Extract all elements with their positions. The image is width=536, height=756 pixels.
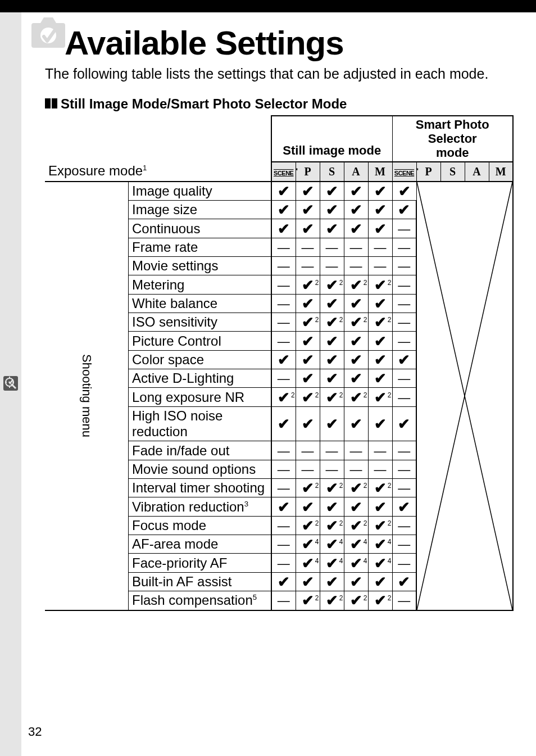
setting-name: Image quality xyxy=(129,182,272,201)
setting-cell: ✔ xyxy=(271,497,296,516)
section-subheading: Still Image Mode/Smart Photo Selector Mo… xyxy=(45,96,514,112)
setting-cell: — xyxy=(392,332,416,350)
setting-cell: ✔2 xyxy=(344,591,368,610)
page-side-margin xyxy=(0,12,21,756)
setting-cell: — xyxy=(368,257,392,275)
col-m-still: M xyxy=(368,162,392,182)
setting-cell: ✔4 xyxy=(320,554,344,572)
setting-cell: ✔4 xyxy=(368,554,392,572)
setting-cell: — xyxy=(368,238,392,256)
setting-name: AF-area mode xyxy=(129,535,272,554)
setting-name: White balance xyxy=(129,294,272,313)
setting-name: Frame rate xyxy=(129,238,272,256)
setting-cell: ✔ xyxy=(344,369,368,388)
setting-cell: — xyxy=(392,238,416,256)
col-m-smart: M xyxy=(489,162,513,182)
setting-name: Continuous xyxy=(129,219,272,238)
setting-cell: ✔ xyxy=(368,369,392,388)
setting-cell: ✔2 xyxy=(320,388,344,406)
setting-cell: ✔2 xyxy=(296,313,320,332)
setting-cell: ✔4 xyxy=(344,554,368,572)
setting-cell: ✔ xyxy=(368,406,392,441)
page-number: 32 xyxy=(28,725,42,739)
setting-cell: ✔ xyxy=(344,350,368,369)
setting-cell: ✔ xyxy=(368,332,392,350)
smart-mode-header: Smart Photo Selector mode xyxy=(392,116,513,162)
setting-cell: — xyxy=(392,535,416,554)
setting-cell: ✔ xyxy=(296,294,320,313)
setting-cell: — xyxy=(392,313,416,332)
setting-cell: ✔ xyxy=(320,182,344,201)
setting-cell: — xyxy=(392,516,416,535)
setting-cell: — xyxy=(320,441,344,460)
setting-name: Image size xyxy=(129,200,272,219)
setting-name: Vibration reduction3 xyxy=(129,497,272,516)
setting-cell: ✔2 xyxy=(320,313,344,332)
col-scene-still: SCENE xyxy=(271,162,296,182)
page-title: Available Settings xyxy=(65,12,514,62)
setting-cell: ✔ xyxy=(320,219,344,238)
setting-cell: — xyxy=(392,441,416,460)
setting-cell: ✔ xyxy=(368,350,392,369)
setting-cell: ✔2 xyxy=(368,591,392,610)
setting-name: Movie sound options xyxy=(129,460,272,478)
setting-cell: ✔ xyxy=(320,350,344,369)
setting-cell: — xyxy=(392,460,416,478)
setting-cell: ✔4 xyxy=(344,535,368,554)
setting-cell: ✔ xyxy=(392,497,416,516)
settings-table: Still image mode Smart Photo Selector mo… xyxy=(45,115,514,611)
setting-cell: ✔ xyxy=(392,182,416,201)
setting-cell: — xyxy=(271,460,296,478)
setting-cell: ✔2 xyxy=(344,275,368,294)
col-a-smart: A xyxy=(465,162,489,182)
setting-cell: ✔2 xyxy=(344,479,368,497)
setting-cell: ✔4 xyxy=(368,535,392,554)
smart-blank-area xyxy=(416,182,513,610)
setting-cell: ✔2 xyxy=(320,591,344,610)
setting-cell: — xyxy=(271,516,296,535)
setting-name: Fade in/fade out xyxy=(129,441,272,460)
setting-cell: — xyxy=(271,275,296,294)
setting-cell: ✔4 xyxy=(296,554,320,572)
setting-name: Color space xyxy=(129,350,272,369)
setting-cell: — xyxy=(296,257,320,275)
setting-cell: — xyxy=(392,257,416,275)
setting-cell: ✔ xyxy=(320,497,344,516)
col-s-smart: S xyxy=(440,162,465,182)
setting-cell: — xyxy=(344,441,368,460)
setting-cell: ✔ xyxy=(271,219,296,238)
setting-cell: ✔2 xyxy=(368,275,392,294)
setting-cell: — xyxy=(344,257,368,275)
camera-title-icon xyxy=(29,14,70,53)
setting-name: Flash compensation5 xyxy=(129,591,272,610)
setting-cell: — xyxy=(368,460,392,478)
setting-cell: ✔ xyxy=(271,200,296,219)
setting-cell: ✔ xyxy=(392,406,416,441)
setting-cell: — xyxy=(392,591,416,610)
setting-cell: — xyxy=(271,369,296,388)
setting-cell: ✔ xyxy=(320,332,344,350)
setting-cell: ✔ xyxy=(344,572,368,591)
setting-cell: ✔2 xyxy=(344,516,368,535)
setting-cell: ✔2 xyxy=(296,388,320,406)
setting-cell: ✔ xyxy=(368,572,392,591)
setting-cell: ✔2 xyxy=(296,479,320,497)
setting-cell: ✔2 xyxy=(296,275,320,294)
setting-cell: — xyxy=(392,479,416,497)
col-scene-smart: SCENE xyxy=(392,162,416,182)
setting-cell: ✔ xyxy=(320,369,344,388)
setting-cell: ✔ xyxy=(296,219,320,238)
setting-name: Active D-Lighting xyxy=(129,369,272,388)
setting-cell: — xyxy=(368,441,392,460)
setting-cell: — xyxy=(296,441,320,460)
setting-cell: ✔ xyxy=(392,200,416,219)
setting-cell: — xyxy=(392,554,416,572)
setting-cell: ✔4 xyxy=(320,535,344,554)
setting-cell: — xyxy=(271,294,296,313)
setting-cell: — xyxy=(296,460,320,478)
setting-cell: ✔ xyxy=(320,200,344,219)
setting-cell: — xyxy=(320,257,344,275)
setting-cell: ✔2 xyxy=(368,388,392,406)
setting-cell: ✔ xyxy=(320,294,344,313)
setting-cell: ✔2 xyxy=(320,479,344,497)
